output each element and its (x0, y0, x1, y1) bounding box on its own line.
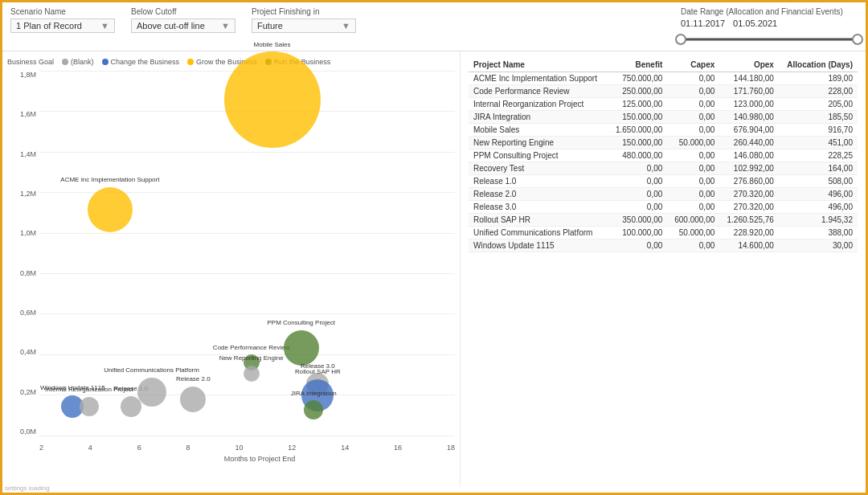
legend-label: (Blank) (71, 58, 94, 66)
x-axis-title: Months to Project End (224, 455, 296, 463)
slider-thumb-right[interactable] (852, 34, 863, 45)
table-cell: 189,00 (779, 72, 858, 85)
table-cell: Release 2.0 (469, 188, 608, 201)
table-row: Release 3.00,000,00270.320,00496,00 (469, 201, 858, 214)
below-cutoff-filter-select[interactable]: Above cut-off line ▼ (131, 18, 235, 33)
table-cell: 0,00 (608, 162, 668, 175)
table-row: PPM Consulting Project480.000,000,00146.… (469, 149, 858, 162)
table-cell: 0,00 (667, 201, 719, 214)
bubble-label: Unified Communications Platform (104, 366, 199, 374)
chart-bubble[interactable] (304, 400, 323, 419)
table-cell: ACME Inc Implementation Support (469, 72, 608, 85)
table-row: Release 1.00,000,00276.860,00508,00 (469, 175, 858, 188)
table-cell: 508,00 (779, 175, 858, 188)
y-axis-title: Benefit (0, 250, 2, 272)
chart-bubble[interactable] (224, 51, 321, 148)
plot-area: Mobile SalesACME Inc Implementation Supp… (39, 71, 455, 436)
table-cell: 0,00 (667, 239, 719, 252)
bubble-label: Mobile Sales (254, 41, 291, 48)
bubble-label: New Reporting Engine (219, 354, 284, 362)
grid-line (39, 273, 455, 274)
table-cell: 260.440,00 (719, 137, 779, 149)
scenario-filter-select[interactable]: 1 Plan of Record ▼ (10, 18, 115, 33)
chart-bubble[interactable] (88, 187, 133, 232)
chart-bubble[interactable] (244, 366, 260, 382)
table-cell: 205,00 (779, 98, 858, 111)
table-row: Windows Update 11150,000,0014.600,0030,0… (469, 239, 858, 252)
table-cell: 30,00 (779, 239, 858, 252)
chart-bubble[interactable] (80, 397, 99, 416)
legend-title: Business Goal (7, 58, 54, 66)
table-cell: 600.000,00 (667, 214, 719, 227)
table-row: Mobile Sales1.650.000,000,00676.904,0091… (469, 124, 858, 137)
project-finishing-filter-label: Project Finishing in (252, 7, 356, 16)
legend-item: Change the Business (102, 58, 180, 66)
table-header-cell: Capex (667, 58, 719, 72)
x-label: 6 (137, 444, 141, 452)
chart-bubble[interactable] (180, 387, 206, 412)
x-label: 4 (88, 444, 92, 452)
legend-dot (102, 59, 108, 65)
y-labels: 1,8M1,6M1,4M1,2M1,0M0,8M0,6M0,4M0,2M0,0M (7, 71, 39, 436)
table-cell: Windows Update 1115 (469, 239, 608, 252)
x-label: 2 (39, 444, 43, 452)
chart-bubble[interactable] (121, 396, 141, 417)
table-cell: 270.320,00 (719, 201, 779, 214)
table-cell: Rollout SAP HR (469, 214, 608, 227)
table-cell: 0,00 (667, 188, 719, 201)
project-finishing-filter-arrow: ▼ (342, 21, 350, 31)
table-cell: 250.000,00 (608, 85, 668, 98)
table-cell: 150.000,00 (608, 111, 668, 124)
table-cell: 150.000,00 (608, 137, 668, 149)
table-cell: JIRA Integration (469, 111, 608, 124)
slider-thumb-left[interactable] (675, 34, 686, 45)
table-cell: 496,00 (779, 188, 858, 201)
table-cell: 0,00 (608, 239, 668, 252)
table-header-cell: Allocation (Days) (779, 58, 858, 72)
table-cell: 0,00 (667, 149, 719, 162)
project-finishing-filter-group: Project Finishing in Future ▼ (252, 7, 356, 33)
table-header-cell: Project Name (469, 58, 608, 72)
table-cell: 228.920,00 (719, 227, 779, 239)
y-label: 1,4M (7, 150, 39, 158)
table-row: Recovery Test0,000,00102.992,00164,00 (469, 162, 858, 175)
y-label: 0,2M (7, 388, 39, 396)
data-table: Project NameBenefitCapexOpexAllocation (… (469, 58, 858, 252)
table-cell: 276.860,00 (719, 175, 779, 188)
bottom-label: settings loading (5, 485, 50, 492)
below-cutoff-filter-group: Below Cutoff Above cut-off line ▼ (131, 7, 235, 33)
scenario-filter-label: Scenario Name (10, 7, 115, 16)
table-cell: 146.080,00 (719, 149, 779, 162)
below-cutoff-filter-arrow: ▼ (221, 21, 230, 31)
date-start: 01.11.2017 (681, 18, 725, 28)
date-range-section: Date Range (Allocation and Financial Eve… (681, 7, 858, 47)
table-row: New Reporting Engine150.000,0050.000,002… (469, 137, 858, 149)
chart-area: 1,8M1,6M1,4M1,2M1,0M0,8M0,6M0,4M0,2M0,0M… (7, 71, 455, 452)
table-row: Release 2.00,000,00270.320,00496,00 (469, 188, 858, 201)
x-label: 16 (394, 444, 402, 452)
table-cell: New Reporting Engine (469, 137, 608, 149)
grid-line (39, 152, 455, 153)
grid-line (39, 313, 455, 314)
date-end: 01.05.2021 (733, 18, 777, 28)
bubble-label: JIRA Integration (291, 390, 337, 397)
table-cell: 185,50 (779, 111, 858, 124)
project-finishing-filter-select[interactable]: Future ▼ (252, 18, 356, 33)
chart-bubble[interactable] (284, 330, 319, 366)
grid-line (39, 233, 455, 234)
table-header-cell: Benefit (608, 58, 668, 72)
table-row: Rollout SAP HR350.000,00600.000,001.260.… (469, 214, 858, 227)
table-cell: 0,00 (667, 124, 719, 137)
table-cell: 388,00 (779, 227, 858, 239)
table-cell: 14.600,00 (719, 239, 779, 252)
date-range-title: Date Range (Allocation and Financial Eve… (681, 7, 843, 16)
date-range-slider[interactable] (681, 31, 858, 47)
bubble-label: Code Performance Review (213, 344, 290, 351)
y-label: 0,4M (7, 348, 39, 356)
table-cell: 228,00 (779, 85, 858, 98)
table-cell: 228,25 (779, 149, 858, 162)
scenario-filter-value: 1 Plan of Record (16, 21, 82, 31)
table-cell: 0,00 (667, 72, 719, 85)
chart-bubble[interactable] (137, 378, 166, 407)
table-cell: Recovery Test (469, 162, 608, 175)
